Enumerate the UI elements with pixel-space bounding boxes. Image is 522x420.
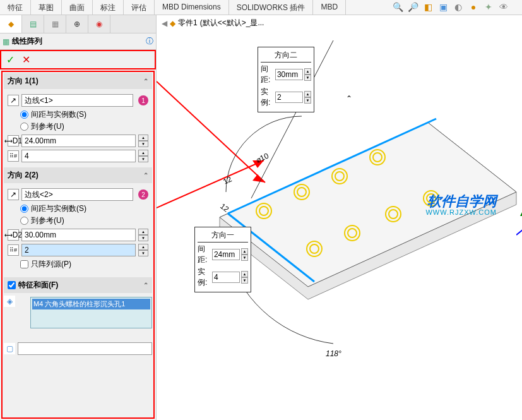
- display-style-icon[interactable]: ▣: [437, 1, 449, 13]
- features-listbox[interactable]: M4 六角头螺栓的柱形沉头孔1: [30, 297, 152, 328]
- ribbon-tab-annotation[interactable]: 标注: [93, 0, 124, 15]
- collapse-icon: ⌃: [143, 282, 148, 289]
- cancel-button[interactable]: ✕: [18, 52, 34, 67]
- property-manager-tab[interactable]: ▤: [22, 15, 44, 33]
- dim2-count-input[interactable]: [275, 92, 303, 103]
- spin-up[interactable]: ▲: [241, 271, 248, 277]
- dir2-spacing-option[interactable]: 间距与实例数(S): [20, 203, 148, 214]
- spin-up[interactable]: ▲: [138, 150, 148, 156]
- direction1-callout: 方向一 间距:▲▼ 实例:▲▼: [194, 227, 251, 292]
- count-icon: ⠿#: [8, 150, 19, 162]
- zoom-fit-icon[interactable]: 🔍: [392, 1, 403, 13]
- svg-text:12: 12: [222, 174, 233, 186]
- svg-line-22: [157, 160, 264, 208]
- reverse-direction2-button[interactable]: ↗: [8, 189, 19, 200]
- section-view-icon[interactable]: ◐: [453, 1, 464, 13]
- ribbon-tab-plugins[interactable]: SOLIDWORKS 插件: [229, 0, 314, 15]
- spacing-icon: ⟷D1: [8, 135, 19, 147]
- svg-text:⌀10: ⌀10: [254, 151, 270, 164]
- zoom-area-icon[interactable]: 🔎: [407, 1, 418, 13]
- dim1-count-input[interactable]: [212, 272, 240, 283]
- appearance-tab[interactable]: ◉: [88, 15, 110, 33]
- model-view: ⌀10 12 12 ⌀4.5 118°: [157, 15, 522, 419]
- spin-up[interactable]: ▲: [304, 68, 311, 75]
- angle-label: 118°: [326, 349, 341, 358]
- property-panel: ◆ ▤ ▦ ⊕ ◉ ▦ 线性阵列 ⓘ ✓ ✕ 方向 1(1) ⌃ ↗: [0, 15, 157, 420]
- collapse-icon: ⌃: [143, 78, 148, 85]
- direction1-header[interactable]: 方向 1(1) ⌃: [4, 73, 152, 89]
- dim2-spacing-input[interactable]: [275, 69, 303, 80]
- spin-up[interactable]: ▲: [304, 91, 311, 97]
- viewport[interactable]: ◀ ◆ 零件1 (默认<<默认>_显...: [157, 15, 522, 420]
- spin-down[interactable]: ▼: [241, 277, 248, 284]
- direction2-header[interactable]: 方向 2(2) ⌃: [4, 167, 152, 183]
- spin-down[interactable]: ▼: [241, 255, 248, 261]
- dir1-spacing-option[interactable]: 间距与实例数(S): [20, 109, 148, 120]
- only-source-checkbox[interactable]: 只阵列源(P): [20, 259, 148, 270]
- dim1-title: 方向一: [198, 230, 248, 243]
- collapse-icon: ⌃: [143, 172, 148, 179]
- dir1-ref-option[interactable]: 到参考(U): [20, 121, 148, 132]
- spin-up[interactable]: ▲: [138, 229, 148, 235]
- dir2-ref-option[interactable]: 到参考(U): [20, 215, 148, 226]
- callout-badge-1: 1: [138, 95, 148, 105]
- count-icon: ⠿#: [8, 244, 19, 256]
- spin-up[interactable]: ▲: [138, 244, 148, 250]
- ribbon-tab-feature[interactable]: 特征: [0, 0, 31, 15]
- view-orientation-icon[interactable]: ◧: [422, 1, 434, 13]
- spacing-icon: ⟷D2: [8, 229, 19, 241]
- panel-title: 线性阵列: [12, 36, 146, 47]
- body-input[interactable]: [18, 342, 152, 355]
- dim2-title: 方向二: [261, 50, 311, 63]
- features-header[interactable]: 特征和面(F) ⌃: [4, 277, 152, 293]
- scene-icon[interactable]: ●: [468, 1, 479, 13]
- spin-down[interactable]: ▼: [138, 141, 148, 147]
- direction1-edge-input[interactable]: [21, 94, 133, 107]
- spin-up[interactable]: ▲: [138, 135, 148, 141]
- ribbon-tab-mbd-dims[interactable]: MBD Dimensions: [155, 0, 229, 15]
- spin-down[interactable]: ▼: [138, 250, 148, 256]
- panel-tabs: ◆ ▤ ▦ ⊕ ◉: [0, 15, 156, 33]
- direction2-callout: 方向二 间距:▲▼ 实例:▲▼: [258, 47, 314, 112]
- spin-down[interactable]: ▼: [304, 75, 311, 81]
- direction1-count-input[interactable]: [21, 150, 136, 162]
- body-icon: ▢: [4, 343, 15, 354]
- ribbon-tab-sketch[interactable]: 草图: [31, 0, 62, 15]
- direction1-spacing-input[interactable]: [21, 135, 136, 147]
- callout-badge-2: 2: [138, 189, 148, 200]
- ribbon-tab-evaluate[interactable]: 评估: [124, 0, 155, 15]
- direction2-count-input[interactable]: [21, 244, 136, 256]
- svg-line-33: [516, 230, 522, 235]
- direction2-edge-input[interactable]: [21, 188, 133, 201]
- render-icon[interactable]: ✦: [483, 1, 494, 13]
- config-manager-tab[interactable]: ▦: [44, 15, 66, 33]
- feature-icon: ◈: [4, 296, 15, 307]
- direction2-spacing-input[interactable]: [21, 229, 136, 241]
- dimxpert-tab[interactable]: ⊕: [66, 15, 88, 33]
- view-toolbar: 🔍 🔎 ◧ ▣ ◐ ● ✦ 👁: [392, 1, 509, 13]
- accept-button[interactable]: ✓: [3, 52, 18, 67]
- panel-header: ▦ 线性阵列 ⓘ: [0, 33, 156, 50]
- reverse-direction1-button[interactable]: ↗: [8, 95, 19, 106]
- watermark-url: WWW.RJZXW.COM: [425, 208, 497, 216]
- ribbon-tab-mbd[interactable]: MBD: [313, 0, 346, 15]
- feature-item[interactable]: M4 六角头螺栓的柱形沉头孔1: [32, 299, 150, 309]
- spin-up[interactable]: ▲: [241, 248, 248, 255]
- panel-content: 方向 1(1) ⌃ ↗ 1 间距与实例数(S) 到参考(U) ⟷D1 ▲▼ ⠿#: [1, 71, 155, 419]
- hide-show-icon[interactable]: 👁: [498, 1, 509, 13]
- spin-down[interactable]: ▼: [304, 97, 311, 104]
- ribbon-tab-surface[interactable]: 曲面: [62, 0, 93, 15]
- help-icon[interactable]: ⓘ: [146, 36, 153, 47]
- triad-axis: [516, 211, 522, 238]
- dim1-spacing-input[interactable]: [212, 249, 240, 260]
- collapse-chevron[interactable]: ⌃: [346, 94, 352, 103]
- spin-down[interactable]: ▼: [138, 156, 148, 162]
- feature-manager-tab[interactable]: ◆: [0, 15, 22, 33]
- spin-down[interactable]: ▼: [138, 235, 148, 241]
- accept-cancel-bar: ✓ ✕: [0, 50, 156, 69]
- pattern-icon: ▦: [3, 37, 9, 46]
